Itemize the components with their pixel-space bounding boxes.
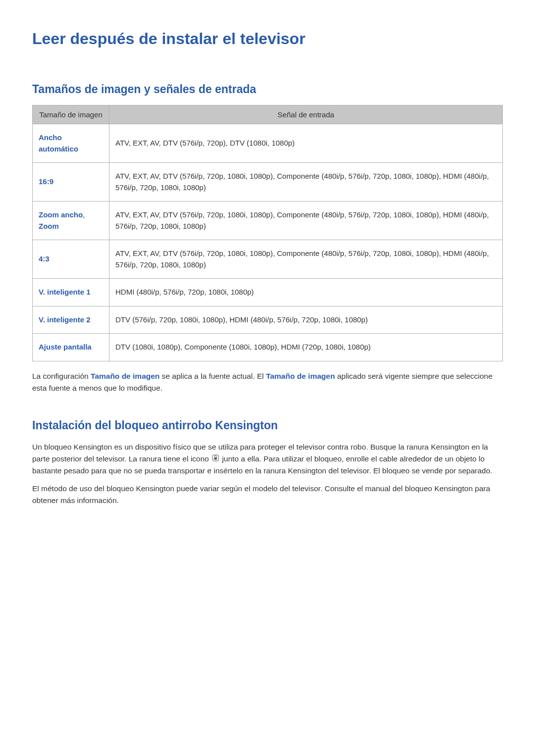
table-row: Ancho automático ATV, EXT, AV, DTV (576i… (33, 124, 503, 163)
image-size-note: La configuración Tamaño de imagen se apl… (32, 370, 503, 394)
table-row: 4:3 ATV, EXT, AV, DTV (576i/p, 720p, 108… (33, 240, 503, 279)
table-row: Zoom ancho, Zoom ATV, EXT, AV, DTV (576i… (33, 202, 503, 240)
page-title: Leer después de instalar el televisor (32, 30, 503, 48)
svg-rect-1 (214, 457, 217, 460)
kensington-paragraph-1: Un bloqueo Kensington es un dispositivo … (32, 441, 503, 477)
signal-value: ATV, EXT, AV, DTV (576i/p, 720p), DTV (1… (109, 124, 503, 163)
term-image-size: Tamaño de imagen (91, 372, 160, 380)
kensington-lock-icon (212, 453, 219, 465)
kensington-paragraph-2: El método de uso del bloqueo Kensington … (32, 483, 503, 506)
term-image-size: Tamaño de imagen (266, 372, 335, 380)
size-label: Ancho automático (33, 124, 109, 163)
signal-value: ATV, EXT, AV, DTV (576i/p, 720p, 1080i, … (109, 202, 503, 240)
size-label: 16:9 (33, 163, 109, 202)
size-label: V. inteligente 1 (33, 279, 109, 306)
table-header-signal: Señal de entrada (109, 105, 503, 124)
signal-value: HDMI (480i/p, 576i/p, 720p, 1080i, 1080p… (109, 279, 503, 306)
table-row: 16:9 ATV, EXT, AV, DTV (576i/p, 720p, 10… (33, 163, 503, 202)
size-label: Ajuste pantalla (33, 334, 109, 361)
table-row: V. inteligente 2 DTV (576i/p, 720p, 1080… (33, 306, 503, 334)
image-size-signal-table: Tamaño de imagen Señal de entrada Ancho … (32, 105, 503, 361)
size-label: V. inteligente 2 (33, 306, 109, 334)
table-row: V. inteligente 1 HDMI (480i/p, 576i/p, 7… (33, 279, 503, 306)
signal-value: ATV, EXT, AV, DTV (576i/p, 720p, 1080i, … (109, 240, 503, 279)
section-title-image-sizes: Tamaños de imagen y señales de entrada (32, 83, 503, 96)
table-row: Ajuste pantalla DTV (1080i, 1080p), Comp… (33, 334, 503, 361)
table-header-size: Tamaño de imagen (33, 105, 109, 124)
size-label: 4:3 (33, 240, 109, 279)
signal-value: ATV, EXT, AV, DTV (576i/p, 720p, 1080i, … (109, 163, 503, 202)
signal-value: DTV (1080i, 1080p), Componente (1080i, 1… (109, 334, 503, 361)
section-title-kensington: Instalación del bloqueo antirrobo Kensin… (32, 419, 503, 432)
signal-value: DTV (576i/p, 720p, 1080i, 1080p), HDMI (… (109, 306, 503, 334)
size-label: Zoom ancho, Zoom (33, 202, 109, 240)
